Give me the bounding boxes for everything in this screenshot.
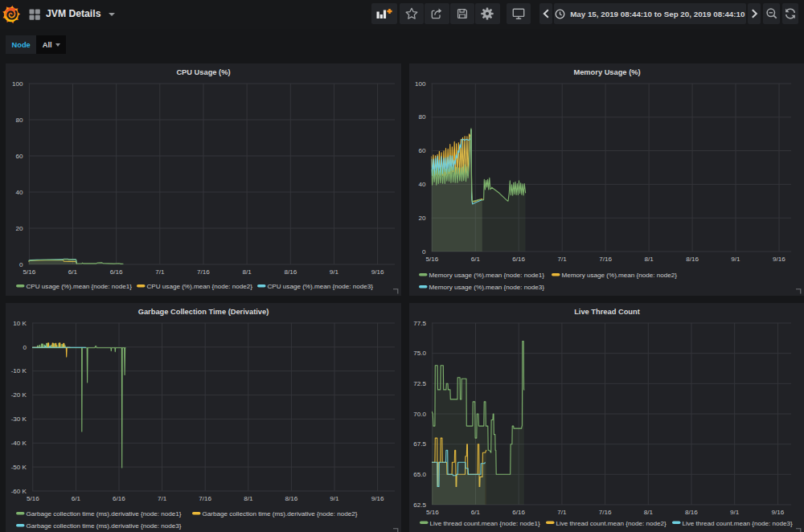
svg-text:-50 K: -50 K bbox=[11, 464, 27, 471]
svg-text:8/16: 8/16 bbox=[686, 256, 699, 263]
svg-text:67.5: 67.5 bbox=[413, 440, 426, 448]
svg-text:8/16: 8/16 bbox=[285, 495, 298, 502]
svg-text:60: 60 bbox=[418, 147, 426, 154]
svg-text:Live thread count.mean {node:: Live thread count.mean {node: node3} bbox=[683, 520, 794, 527]
svg-text:8/1: 8/1 bbox=[644, 509, 654, 516]
svg-text:CPU usage (%).mean {node: node: CPU usage (%).mean {node: node3} bbox=[268, 283, 374, 290]
svg-text:Live Thread Count: Live Thread Count bbox=[574, 308, 640, 316]
svg-text:9/16: 9/16 bbox=[772, 509, 785, 516]
svg-text:5/16: 5/16 bbox=[425, 256, 438, 263]
svg-text:6/16: 6/16 bbox=[512, 256, 525, 263]
svg-text:7/1: 7/1 bbox=[158, 495, 167, 502]
svg-text:-20 K: -20 K bbox=[11, 391, 27, 399]
svg-text:Garbage Collection Time (Deriv: Garbage Collection Time (Derivative) bbox=[138, 308, 269, 316]
svg-text:9/1: 9/1 bbox=[731, 256, 740, 263]
svg-text:0: 0 bbox=[19, 261, 23, 268]
svg-text:7/1: 7/1 bbox=[155, 268, 165, 276]
svg-text:9/1: 9/1 bbox=[330, 495, 339, 502]
svg-text:72.5: 72.5 bbox=[413, 380, 426, 387]
svg-text:20: 20 bbox=[15, 225, 23, 232]
svg-text:5/16: 5/16 bbox=[23, 268, 36, 276]
svg-text:9/16: 9/16 bbox=[371, 268, 384, 276]
svg-text:7/16: 7/16 bbox=[197, 268, 210, 276]
svg-text:7/16: 7/16 bbox=[199, 495, 211, 502]
svg-text:7/16: 7/16 bbox=[599, 256, 612, 263]
svg-text:62.5: 62.5 bbox=[413, 501, 426, 509]
svg-text:-10 K: -10 K bbox=[11, 367, 27, 374]
svg-text:6/1: 6/1 bbox=[68, 268, 78, 276]
svg-text:Memory usage (%).mean {node: n: Memory usage (%).mean {node: node1} bbox=[429, 272, 545, 279]
svg-text:77.5: 77.5 bbox=[413, 320, 426, 327]
svg-text:Memory Usage (%): Memory Usage (%) bbox=[573, 68, 640, 76]
svg-text:7/16: 7/16 bbox=[599, 509, 612, 516]
svg-text:Garbage collection time (ms).d: Garbage collection time (ms).derivative … bbox=[27, 522, 182, 530]
svg-text:7/1: 7/1 bbox=[557, 509, 567, 516]
svg-text:6/16: 6/16 bbox=[113, 495, 125, 502]
svg-text:60: 60 bbox=[15, 153, 23, 160]
svg-text:Memory usage (%).mean {node: n: Memory usage (%).mean {node: node2} bbox=[562, 272, 678, 279]
svg-text:8/16: 8/16 bbox=[284, 268, 297, 276]
svg-text:80: 80 bbox=[15, 117, 23, 124]
svg-text:CPU usage (%).mean {node: node: CPU usage (%).mean {node: node2} bbox=[147, 283, 253, 290]
svg-text:75.0: 75.0 bbox=[413, 350, 426, 357]
svg-text:5/16: 5/16 bbox=[27, 495, 39, 502]
svg-text:8/1: 8/1 bbox=[242, 268, 252, 276]
svg-text:CPU usage (%).mean {node: node: CPU usage (%).mean {node: node1} bbox=[27, 283, 133, 290]
svg-text:0: 0 bbox=[23, 344, 27, 351]
svg-text:8/1: 8/1 bbox=[244, 495, 253, 502]
svg-text:9/1: 9/1 bbox=[330, 268, 339, 276]
svg-text:-40 K: -40 K bbox=[11, 440, 27, 447]
svg-text:-60 K: -60 K bbox=[11, 488, 27, 495]
svg-text:Memory usage (%).mean {node: n: Memory usage (%).mean {node: node3} bbox=[429, 284, 545, 291]
svg-text:0: 0 bbox=[422, 248, 426, 256]
svg-text:40: 40 bbox=[15, 189, 23, 196]
svg-text:Live thread count.mean {node:: Live thread count.mean {node: node2} bbox=[556, 520, 667, 527]
svg-text:CPU Usage (%): CPU Usage (%) bbox=[176, 68, 230, 76]
svg-text:70.0: 70.0 bbox=[413, 411, 426, 418]
svg-text:6/1: 6/1 bbox=[471, 509, 481, 516]
svg-text:65.0: 65.0 bbox=[413, 471, 426, 478]
svg-text:6/16: 6/16 bbox=[512, 509, 525, 516]
svg-text:40: 40 bbox=[418, 181, 426, 188]
svg-text:5/16: 5/16 bbox=[426, 509, 439, 516]
svg-text:Live thread count.mean {node:: Live thread count.mean {node: node1} bbox=[430, 520, 541, 527]
svg-text:6/1: 6/1 bbox=[72, 495, 81, 502]
svg-text:9/16: 9/16 bbox=[773, 256, 786, 263]
svg-text:Garbage collection time (ms).d: Garbage collection time (ms).derivative … bbox=[203, 510, 358, 518]
svg-text:6/16: 6/16 bbox=[110, 268, 123, 276]
svg-text:8/16: 8/16 bbox=[685, 509, 698, 516]
svg-text:10 K: 10 K bbox=[13, 320, 27, 327]
svg-text:7/1: 7/1 bbox=[558, 256, 568, 263]
svg-text:9/1: 9/1 bbox=[730, 509, 740, 516]
svg-text:80: 80 bbox=[418, 113, 426, 121]
svg-text:100: 100 bbox=[415, 80, 426, 88]
svg-text:6/1: 6/1 bbox=[471, 256, 481, 263]
svg-text:20: 20 bbox=[418, 215, 426, 222]
svg-text:Garbage collection time (ms).d: Garbage collection time (ms).derivative … bbox=[27, 510, 182, 518]
svg-text:100: 100 bbox=[12, 80, 23, 88]
svg-text:-30 K: -30 K bbox=[11, 415, 27, 423]
svg-text:9/16: 9/16 bbox=[371, 495, 384, 502]
svg-text:8/1: 8/1 bbox=[644, 256, 654, 263]
